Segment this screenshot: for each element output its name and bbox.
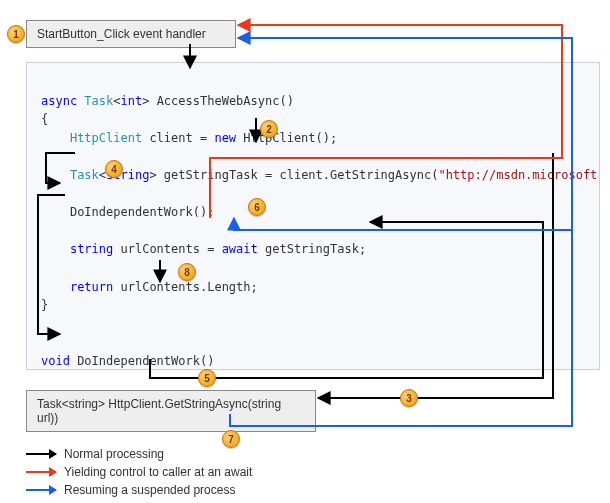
start-button-handler-box: StartButton_Click event handler: [26, 20, 236, 48]
txt-clientvar: client =: [142, 131, 214, 145]
kw-new: new: [214, 131, 236, 145]
legend-arrow-red: [26, 471, 56, 473]
getstringasync-box: Task<string> HttpClient.GetStringAsync(s…: [26, 390, 316, 432]
sig-name: AccessTheWebAsync(): [149, 94, 294, 108]
legend-arrow-black: [26, 453, 56, 455]
str-url: "http://msdn.microsoft.com": [438, 168, 600, 182]
legend-arrow-blue: [26, 489, 56, 491]
txt-getstring: getStringTask = client.GetStringAsync(: [157, 168, 439, 182]
step-6: 6: [248, 198, 266, 216]
txt-doind: DoIndependentWork();: [70, 205, 215, 219]
txt-urlc: urlContents =: [113, 242, 221, 256]
legend-resume-label: Resuming a suspended process: [64, 483, 235, 497]
kw-async: async: [41, 94, 77, 108]
legend-resume: Resuming a suspended process: [26, 483, 252, 497]
legend-yield: Yielding control to caller at an await: [26, 465, 252, 479]
kw-void: void: [41, 354, 70, 368]
step-5: 5: [198, 369, 216, 387]
txt-ctor: HttpClient();: [236, 131, 337, 145]
type-task: Task: [84, 94, 113, 108]
step-2: 2: [260, 120, 278, 138]
kw-await: await: [222, 242, 258, 256]
type-task2: Task: [70, 168, 99, 182]
legend-normal: Normal processing: [26, 447, 252, 461]
legend-yield-label: Yielding control to caller at an await: [64, 465, 252, 479]
step-1: 1: [7, 25, 25, 43]
type-httpclient: HttpClient: [70, 131, 142, 145]
kw-string2: string: [70, 242, 113, 256]
txt-gs: getStringTask;: [258, 242, 366, 256]
legend: Normal processing Yielding control to ca…: [26, 447, 252, 501]
step-8: 8: [178, 263, 196, 281]
code-block-main: async Task<int> AccessTheWebAsync() { Ht…: [26, 62, 600, 370]
step-4: 4: [105, 160, 123, 178]
step-7: 7: [222, 430, 240, 448]
legend-normal-label: Normal processing: [64, 447, 164, 461]
txt-retrest: urlContents.Length;: [113, 280, 258, 294]
kw-int: int: [121, 94, 143, 108]
step-3: 3: [400, 389, 418, 407]
txt-doindsig: DoIndependentWork(): [70, 354, 215, 368]
kw-return: return: [70, 280, 113, 294]
